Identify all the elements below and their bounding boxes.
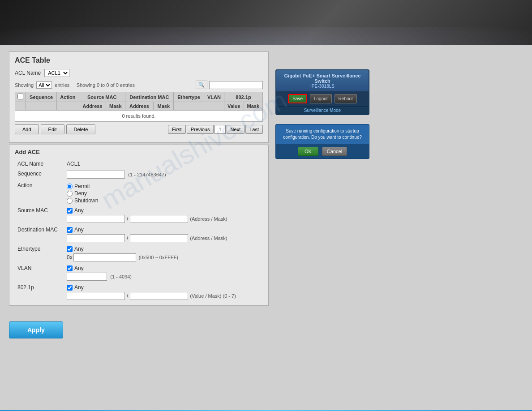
dot1p-mask-input[interactable] — [130, 292, 188, 300]
acl-name-row: ACL Name ACL1 ACL2 ACL3 — [15, 69, 263, 77]
search-wrapper: 🔍 — [196, 81, 263, 89]
no-results-text: 0 results found. — [15, 111, 263, 122]
th-destination-mac: Destination MAC — [125, 92, 174, 102]
switch-title: Gigabit PoE+ Smart Surveillance Switch — [281, 73, 364, 84]
radio-permit[interactable] — [67, 184, 73, 189]
acl-name-label: ACL Name — [15, 70, 41, 76]
vlan-label: VLAN — [15, 263, 64, 283]
previous-button[interactable]: Previous — [187, 125, 214, 134]
th-dest-mask: Mask — [154, 102, 174, 111]
ethertype-any-row: Any — [67, 246, 260, 252]
acl-name-form-value: ACL1 — [67, 161, 80, 167]
th-action: Action — [57, 92, 79, 102]
next-button[interactable]: Next — [227, 125, 245, 134]
th-dot1p-mask: Mask — [244, 102, 262, 111]
form-row-action: Action Permit Deny — [15, 180, 263, 206]
switch-model: IPE-3018LS — [281, 84, 364, 89]
th-dest-address: Address — [125, 102, 154, 111]
edit-button[interactable]: Edit — [41, 124, 64, 134]
dot1p-any-checkbox[interactable] — [67, 285, 73, 291]
th-select-all — [15, 92, 26, 102]
dest-mac-mask-input[interactable] — [130, 234, 188, 242]
form-row-dot1p: 802.1p Any / (Value / Mask) (0 - 7) — [15, 283, 263, 302]
ace-table-title: ACE Table — [15, 56, 263, 64]
dest-mac-any-row: Any — [67, 227, 260, 233]
sequence-label: Sequence — [15, 169, 64, 180]
ethertype-any-checkbox[interactable] — [67, 246, 73, 252]
delete-button[interactable]: Delete — [66, 124, 96, 134]
th-source-mac: Source MAC — [79, 92, 125, 102]
source-mac-any-row: Any — [67, 207, 260, 214]
switch-mode-bar: Surveillance Mode — [276, 106, 369, 114]
form-row-dest-mac: Destination MAC Any / (Address / Mask) — [15, 225, 263, 244]
ethertype-input[interactable] — [73, 253, 136, 261]
right-panel: Gigabit PoE+ Smart Surveillance Switch I… — [275, 51, 523, 306]
th-dot1p: 802.1p — [224, 92, 262, 102]
source-mac-mask-input[interactable] — [130, 215, 188, 223]
switch-buttons: Save Logout Reboot — [276, 91, 369, 106]
add-button[interactable]: Add — [15, 124, 39, 134]
add-ace-form: ACL Name ACL1 Sequence (1 - 2147483647) … — [15, 159, 263, 302]
acl-name-form-label: ACL Name — [15, 159, 64, 169]
acl-name-select[interactable]: ACL1 ACL2 ACL3 — [44, 69, 69, 77]
dest-mac-label: Destination MAC — [15, 225, 64, 244]
logout-button[interactable]: Logout — [310, 94, 332, 103]
reboot-button[interactable]: Reboot — [335, 94, 357, 103]
dest-mac-address-input[interactable] — [67, 234, 125, 242]
vlan-input[interactable] — [67, 273, 107, 281]
search-icon-btn[interactable]: 🔍 — [196, 81, 207, 89]
ethertype-label: Ethertype — [15, 244, 64, 263]
save-button[interactable]: Save — [288, 94, 307, 103]
vlan-any-row: Any — [67, 265, 260, 271]
first-button[interactable]: First — [168, 125, 185, 134]
dot1p-any-row: Any — [67, 284, 260, 291]
action-shutdown-radio[interactable]: Shutdown — [67, 197, 260, 204]
vlan-any-checkbox[interactable] — [67, 265, 73, 271]
showing-text: Showing All 10 25 entries Showing 0 to 0… — [15, 81, 135, 89]
th-src-address: Address — [79, 102, 106, 111]
th-dot1p-value: Value — [224, 102, 244, 111]
add-ace-title: Add ACE — [15, 149, 263, 155]
action-radio-group: Permit Deny Shutdown — [67, 183, 260, 204]
dot1p-value-input[interactable] — [67, 292, 125, 300]
dest-mac-any-checkbox[interactable] — [67, 227, 73, 233]
select-all-checkbox[interactable] — [17, 94, 23, 99]
left-panel: ACE Table ACL Name ACL1 ACL2 ACL3 Showin… — [9, 51, 269, 306]
confirm-buttons: OK Cancel — [276, 144, 369, 158]
radio-deny[interactable] — [67, 191, 73, 197]
apply-btn-wrapper: Apply — [0, 313, 532, 338]
pagination: First Previous 1 Next Last — [168, 125, 263, 134]
apply-button[interactable]: Apply — [9, 321, 63, 338]
th-src-mask: Mask — [106, 102, 125, 111]
ace-table-box: ACE Table ACL Name ACL1 ACL2 ACL3 Showin… — [9, 51, 269, 143]
form-row-ethertype: Ethertype Any 0x (0x500 ~ 0xFFFF) — [15, 244, 263, 263]
last-button[interactable]: Last — [245, 125, 263, 134]
ethertype-input-row: 0x (0x500 ~ 0xFFFF) — [67, 253, 260, 261]
action-label: Action — [15, 180, 64, 206]
switch-card: Gigabit PoE+ Smart Surveillance Switch I… — [275, 69, 369, 115]
sequence-range: (1 - 2147483647) — [128, 172, 166, 177]
confirm-ok-button[interactable]: OK — [298, 147, 318, 156]
switch-card-header: Gigabit PoE+ Smart Surveillance Switch I… — [276, 70, 369, 91]
form-row-acl-name: ACL Name ACL1 — [15, 159, 263, 169]
confirm-cancel-button[interactable]: Cancel — [322, 147, 347, 156]
no-results-row: 0 results found. — [15, 111, 263, 122]
action-permit-radio[interactable]: Permit — [67, 183, 260, 189]
add-ace-section: Add ACE ACL Name ACL1 Sequence (1 - 2147… — [9, 145, 269, 306]
showing-all-select[interactable]: All 10 25 — [36, 81, 52, 89]
source-mac-address-input[interactable] — [67, 215, 125, 223]
source-mac-input-row: / (Address / Mask) — [67, 215, 260, 223]
action-deny-radio[interactable]: Deny — [67, 190, 260, 197]
source-mac-any-checkbox[interactable] — [67, 208, 73, 214]
search-input[interactable] — [209, 81, 263, 89]
th-sequence: Sequence — [26, 92, 57, 102]
vlan-input-row: (1 - 4094) — [67, 273, 260, 281]
ace-data-table: Sequence Action Source MAC Destination M… — [15, 92, 263, 122]
th-vlan: VLAN — [204, 92, 224, 102]
radio-shutdown[interactable] — [67, 198, 73, 204]
confirm-dialog: Save running configuration to startup co… — [275, 124, 369, 159]
form-row-vlan: VLAN Any (1 - 4094) — [15, 263, 263, 283]
table-actions: Add Edit Delete First Previous 1 Next La… — [15, 124, 263, 134]
sequence-input[interactable] — [67, 171, 125, 179]
form-row-source-mac: Source MAC Any / (Address / Mask) — [15, 206, 263, 225]
